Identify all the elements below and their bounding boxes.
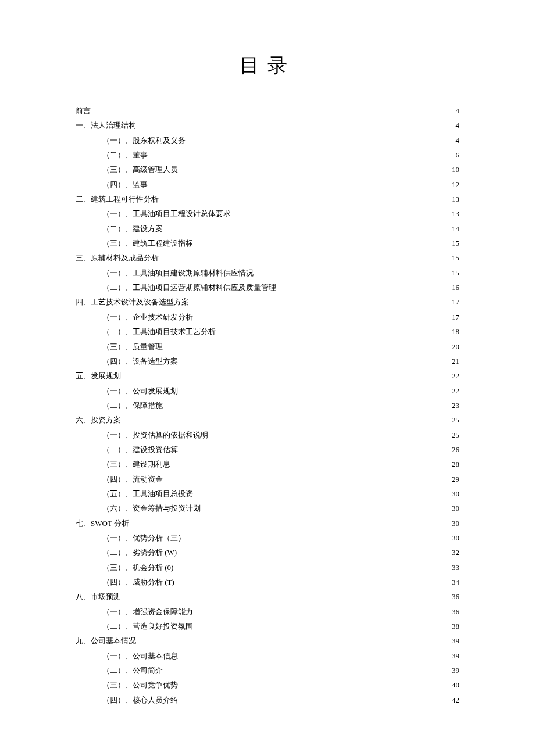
toc-entry[interactable]: （三）、建筑工程建设指标15 xyxy=(76,236,459,250)
toc-leader-dots xyxy=(180,680,451,687)
toc-entry-label: （二）、保障措施 xyxy=(102,398,163,413)
toc-entry[interactable]: （五）、工具油项目总投资30 xyxy=(76,486,459,501)
toc-entry[interactable]: 七、SWOT 分析30 xyxy=(76,516,459,531)
toc-entry[interactable]: （一）、企业技术研发分析17 xyxy=(76,310,459,324)
toc-entry[interactable]: 四、工艺技术设计及设备选型方案17 xyxy=(76,295,459,309)
toc-leader-dots xyxy=(179,547,451,555)
toc-entry[interactable]: （四）、设备选型方案21 xyxy=(76,354,459,368)
toc-entry-page: 26 xyxy=(451,442,459,457)
toc-entry-page: 36 xyxy=(451,604,459,619)
toc-entry[interactable]: （一）、投资估算的依据和说明25 xyxy=(76,428,459,442)
toc-entry[interactable]: （一）、股东权利及义务4 xyxy=(76,133,459,148)
toc-entry-page: 15 xyxy=(451,266,459,280)
toc-entry-page: 33 xyxy=(451,560,459,575)
toc-leader-dots xyxy=(180,356,451,364)
toc-entry[interactable]: 三、原辅材料及成品分析15 xyxy=(76,250,459,265)
toc-entry[interactable]: 五、发展规划22 xyxy=(76,368,459,383)
toc-entry-label: 二、建筑工程可行性分析 xyxy=(76,192,159,206)
toc-entry-label: 一、法人治理结构 xyxy=(76,118,136,132)
toc-leader-dots xyxy=(161,253,451,260)
toc-entry[interactable]: （四）、核心人员介绍42 xyxy=(76,693,459,707)
toc-entry-label: （一）、工具油项目建设期原辅材料供应情况 xyxy=(102,266,254,280)
toc-leader-dots xyxy=(233,209,451,216)
toc-entry-label: 九、公司基本情况 xyxy=(76,633,136,648)
toc-entry-label: （二）、劣势分析 (W) xyxy=(102,545,177,560)
toc-entry-page: 12 xyxy=(451,177,459,192)
toc-entry-page: 30 xyxy=(451,516,459,531)
toc-entry-label: （三）、高级管理人员 xyxy=(102,162,178,177)
toc-entry[interactable]: （二）、工具油项目运营期原辅材料供应及质量管理16 xyxy=(76,280,459,295)
toc-entry-page: 25 xyxy=(451,428,459,442)
toc-entry[interactable]: （二）、保障措施23 xyxy=(76,398,459,413)
toc-entry[interactable]: （四）、监事12 xyxy=(76,177,459,192)
toc-leader-dots xyxy=(211,430,451,438)
toc-entry-label: （四）、监事 xyxy=(102,177,148,192)
toc-entry-page: 17 xyxy=(451,295,459,309)
toc-entry[interactable]: （四）、流动资金29 xyxy=(76,472,459,486)
toc-leader-dots xyxy=(123,415,451,422)
toc-entry-page: 38 xyxy=(451,619,459,633)
toc-entry[interactable]: 八、市场预测36 xyxy=(76,589,459,604)
toc-entry[interactable]: （一）、工具油项目建设期原辅材料供应情况15 xyxy=(76,266,459,280)
toc-entry-label: （二）、公司简介 xyxy=(102,663,163,678)
toc-leader-dots xyxy=(150,180,451,187)
toc-entry-page: 36 xyxy=(451,589,459,604)
toc-entry-label: （二）、董事 xyxy=(102,148,148,162)
toc-entry-label: （三）、建设期利息 xyxy=(102,457,170,471)
toc-entry-page: 30 xyxy=(451,501,459,515)
page-title: 目录 xyxy=(76,52,459,79)
toc-entry[interactable]: （三）、高级管理人员10 xyxy=(76,162,459,177)
toc-leader-dots xyxy=(188,135,455,143)
toc-leader-dots xyxy=(165,665,451,673)
toc-entry[interactable]: （二）、劣势分析 (W) 32 xyxy=(76,545,459,560)
toc-entry-page: 34 xyxy=(451,575,459,589)
toc-entry-page: 10 xyxy=(451,162,459,177)
toc-leader-dots xyxy=(138,120,455,128)
toc-entry[interactable]: 六、投资方案25 xyxy=(76,413,459,427)
toc-entry-label: （二）、建设投资估算 xyxy=(102,442,178,457)
toc-entry-label: （二）、工具油项目运营期原辅材料供应及质量管理 xyxy=(102,280,276,295)
toc-entry[interactable]: （一）、公司基本信息39 xyxy=(76,648,459,663)
toc-entry[interactable]: （三）、公司竞争优势40 xyxy=(76,678,459,692)
toc-entry[interactable]: （一）、工具油项目工程设计总体要求13 xyxy=(76,206,459,221)
toc-entry-page: 15 xyxy=(451,250,459,265)
toc-entry-page: 25 xyxy=(451,413,459,427)
toc-leader-dots xyxy=(195,607,451,614)
toc-entry-label: （四）、核心人员介绍 xyxy=(102,693,178,707)
toc-entry[interactable]: 二、建筑工程可行性分析13 xyxy=(76,192,459,206)
toc-entry-label: （二）、建设方案 xyxy=(102,221,163,236)
toc-entry[interactable]: （二）、工具油项目技术工艺分析18 xyxy=(76,324,459,339)
toc-entry-label: 四、工艺技术设计及设备选型方案 xyxy=(76,295,189,309)
toc-leader-dots xyxy=(279,282,451,290)
toc-entry-page: 40 xyxy=(451,678,459,692)
toc-entry[interactable]: （四）、威胁分析 (T) 34 xyxy=(76,575,459,589)
toc-entry[interactable]: （一）、公司发展规划22 xyxy=(76,384,459,398)
toc-entry[interactable]: （三）、质量管理20 xyxy=(76,339,459,354)
toc-entry[interactable]: 一、法人治理结构4 xyxy=(76,118,459,132)
toc-leader-dots xyxy=(180,164,451,172)
toc-entry[interactable]: 九、公司基本情况39 xyxy=(76,633,459,648)
toc-entry[interactable]: （二）、建设方案14 xyxy=(76,221,459,236)
toc-entry[interactable]: （一）、增强资金保障能力36 xyxy=(76,604,459,619)
toc-entry-label: （四）、设备选型方案 xyxy=(102,354,178,368)
toc-entry[interactable]: （二）、公司简介39 xyxy=(76,663,459,678)
toc-entry[interactable]: （三）、建设期利息28 xyxy=(76,457,459,471)
toc-entry[interactable]: （二）、建设投资估算26 xyxy=(76,442,459,457)
toc-entry-label: （三）、公司竞争优势 xyxy=(102,678,178,692)
toc-entry[interactable]: （二）、营造良好投资氛围38 xyxy=(76,619,459,633)
toc-entry-page: 20 xyxy=(451,339,459,354)
toc-entry-label: （一）、投资估算的依据和说明 xyxy=(102,428,208,442)
toc-entry-page: 39 xyxy=(451,663,459,678)
toc-entry[interactable]: 前言4 xyxy=(76,103,459,118)
toc-leader-dots xyxy=(131,518,451,526)
toc-entry[interactable]: （三）、机会分析 (0) 33 xyxy=(76,560,459,575)
toc-leader-dots xyxy=(203,503,451,511)
toc-entry-page: 23 xyxy=(451,398,459,413)
toc-leader-dots xyxy=(256,268,451,275)
toc-entry-page: 13 xyxy=(451,206,459,221)
toc-entry[interactable]: （六）、资金筹措与投资计划30 xyxy=(76,501,459,515)
toc-entry-page: 29 xyxy=(451,472,459,486)
toc-entry[interactable]: （二）、董事6 xyxy=(76,148,459,162)
toc-entry[interactable]: （一）、优势分析（三）30 xyxy=(76,531,459,545)
toc-leader-dots xyxy=(191,297,451,304)
